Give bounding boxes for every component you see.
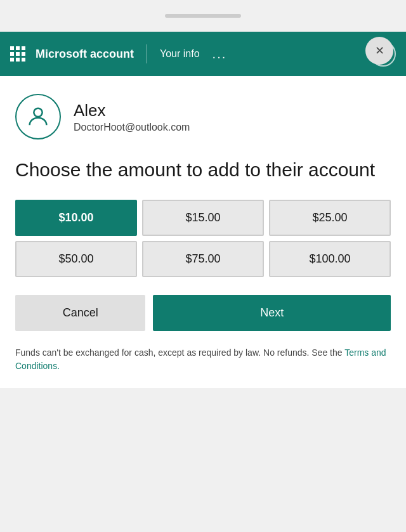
header-divider (147, 44, 147, 63)
amount-button-100[interactable]: $100.00 (269, 241, 391, 277)
svg-point-1 (34, 108, 42, 117)
next-button[interactable]: Next (153, 295, 391, 331)
amount-button-25[interactable]: $25.00 (269, 200, 391, 236)
user-details: Alex DoctorHoot@outlook.com (74, 101, 190, 133)
drag-handle (165, 14, 241, 18)
amount-button-50[interactable]: $50.00 (15, 241, 137, 277)
amount-grid: $10.00 $15.00 $25.00 $50.00 $75.00 $100.… (15, 200, 391, 277)
footer-note-text: Funds can't be exchanged for cash, excep… (15, 347, 344, 358)
amount-button-15[interactable]: $15.00 (142, 200, 264, 236)
app-header: Microsoft account Your info ... (0, 32, 406, 76)
cancel-button[interactable]: Cancel (15, 295, 145, 331)
user-info-row: Alex DoctorHoot@outlook.com (15, 94, 391, 139)
grid-icon[interactable] (10, 46, 25, 62)
choose-amount-title: Choose the amount to add to their accoun… (15, 157, 391, 182)
close-icon: ✕ (375, 44, 384, 58)
user-name: Alex (74, 101, 190, 120)
main-content: Alex DoctorHoot@outlook.com Choose the a… (0, 76, 406, 388)
footer-note: Funds can't be exchanged for cash, excep… (15, 346, 391, 373)
user-email: DoctorHoot@outlook.com (74, 122, 190, 133)
header-more-options[interactable]: ... (213, 47, 227, 62)
drag-area (0, 0, 406, 32)
app-title: Microsoft account (36, 48, 134, 61)
close-button[interactable]: ✕ (365, 37, 393, 65)
action-buttons: Cancel Next (15, 295, 391, 331)
header-nav-your-info[interactable]: Your info (160, 48, 200, 60)
amount-button-10[interactable]: $10.00 (15, 200, 137, 236)
user-avatar (15, 94, 61, 139)
amount-button-75[interactable]: $75.00 (142, 241, 264, 277)
